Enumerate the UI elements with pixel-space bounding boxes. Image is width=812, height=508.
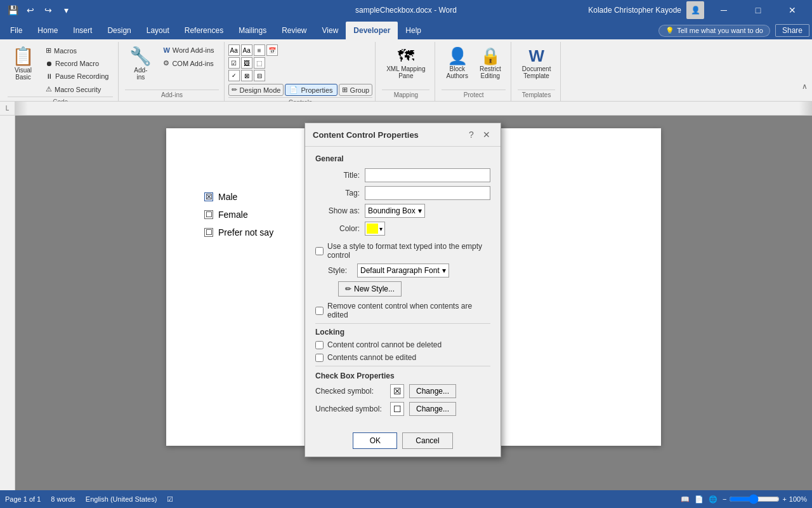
tab-design[interactable]: Design [100,22,138,39]
macros-label: Macros [54,47,77,55]
properties-button[interactable]: 📄 Properties [285,84,337,96]
tab-help[interactable]: Help [398,22,429,39]
save-button[interactable]: 💾 [5,3,20,18]
title-input[interactable] [365,168,490,182]
view-print-icon[interactable]: 📄 [695,495,704,504]
document-template-button[interactable]: W DocumentTemplate [518,44,556,83]
new-style-button[interactable]: ✏ New Style... [338,281,402,297]
control-btn-10[interactable]: ⊟ [254,70,265,81]
word-addins-button[interactable]: W Word Add-ins [159,44,218,56]
dialog-help-button[interactable]: ? [465,128,478,141]
female-label: Female [218,210,248,220]
control-btn-5[interactable]: ☑ [228,57,240,69]
cancel-button[interactable]: Cancel [402,432,452,449]
tell-me-input[interactable]: 💡 Tell me what you want to do [658,25,770,37]
control-btn-6[interactable]: 🖼 [241,57,252,69]
style-select[interactable]: Default Paragraph Font ▾ [357,264,449,277]
tab-file[interactable]: File [3,22,30,39]
group-label: Group [350,86,370,94]
com-icon: ⚙ [163,59,169,67]
unchecked-change-button[interactable]: Change... [409,402,456,416]
style-dropdown-icon: ▾ [442,266,446,275]
control-btn-2[interactable]: Aa [241,44,252,56]
color-row: Color: ▾ [315,222,490,236]
zoom-controls: − + 100% [723,494,807,504]
control-btn-7[interactable]: ⬚ [254,57,265,69]
show-as-dropdown-icon: ▾ [418,206,422,215]
remove-control-checkbox[interactable] [315,307,324,315]
checked-symbol-value: ☒ [393,386,402,396]
minimize-button[interactable]: ─ [709,0,738,20]
remove-control-label: Remove content control when contents are… [327,302,490,319]
macros-col: ⊞ Macros ⏺ Record Macro ⏸ Pause Recordin… [41,44,113,95]
control-btn-8[interactable]: ✓ [228,70,240,81]
checked-change-label: Change... [416,387,449,396]
dialog-close-button[interactable]: ✕ [480,128,493,141]
tab-layout[interactable]: Layout [139,22,177,39]
cannot-delete-checkbox[interactable] [315,341,324,349]
use-style-checkbox[interactable] [315,247,324,255]
control-btn-1[interactable]: Aa [228,44,240,56]
macros-button[interactable]: ⊞ Macros [41,44,113,57]
controls-group-content: Aa Aa ≡ 📅 ☑ 🖼 ⬚ ✓ ⊠ ⊟ ✏ Design Mode [228,42,373,96]
checked-change-button[interactable]: Change... [409,384,456,398]
templates-group-label: Templates [518,90,556,101]
protect-group-content: 👤 BlockAuthors 🔒 RestrictEditing [442,42,505,88]
unchecked-symbol-row: Unchecked symbol: ☐ Change... [315,402,490,416]
visual-basic-label: VisualBasic [15,67,32,81]
title-label: Title: [315,171,360,180]
templates-group-content: W DocumentTemplate [518,42,556,88]
control-btn-9[interactable]: ⊠ [241,70,252,81]
tab-mailings[interactable]: Mailings [231,22,274,39]
zoom-in-icon[interactable]: + [782,495,786,503]
proofing-icon: ☑ [167,495,173,504]
tag-input[interactable] [365,186,490,200]
close-button[interactable]: ✕ [778,0,807,20]
tab-references[interactable]: References [177,22,231,39]
tab-home[interactable]: Home [30,22,65,39]
user-avatar[interactable]: 👤 [686,1,704,19]
new-style-label: New Style... [354,284,395,293]
undo-button[interactable]: ↩ [23,3,38,18]
cannot-delete-row: Content control cannot be deleted [315,340,490,349]
checkbox-male[interactable]: ☒ [204,192,213,201]
tab-developer[interactable]: Developer [346,22,398,39]
xml-mapping-button[interactable]: 🗺 XML MappingPane [382,44,429,83]
view-web-icon[interactable]: 🌐 [709,495,717,504]
username: Kolade Christopher Kayode [588,6,681,15]
ribbon-collapse-button[interactable]: ∧ [799,81,809,91]
group-button[interactable]: ⊞ Group [339,84,373,96]
show-as-row: Show as: Bounding Box ▾ [315,204,490,218]
maximize-button[interactable]: □ [743,0,773,20]
share-button[interactable]: Share [775,24,809,37]
vertical-ruler [0,116,15,490]
zoom-slider-input[interactable] [729,494,780,504]
redo-button[interactable]: ↪ [41,3,56,18]
pause-recording-button[interactable]: ⏸ Pause Recording [41,70,113,82]
visual-basic-button[interactable]: 📋 VisualBasic [8,44,39,84]
checkbox-prefer[interactable]: ☐ [204,228,213,237]
checkbox-female[interactable]: ☐ [204,210,213,219]
tab-review[interactable]: Review [274,22,314,39]
block-authors-button[interactable]: 👤 BlockAuthors [442,44,472,83]
cannot-edit-checkbox[interactable] [315,354,324,362]
tab-view[interactable]: View [315,22,346,39]
restrict-editing-button[interactable]: 🔒 RestrictEditing [475,44,506,83]
color-picker-button[interactable]: ▾ [365,222,385,236]
show-as-select[interactable]: Bounding Box ▾ [365,204,425,218]
tab-insert[interactable]: Insert [65,22,100,39]
block-authors-label: BlockAuthors [446,65,468,79]
zoom-out-icon[interactable]: − [723,495,726,503]
control-btn-3[interactable]: ≡ [254,44,265,56]
com-addins-button[interactable]: ⚙ COM Add-ins [159,57,218,69]
ruler-corner[interactable]: L [0,102,15,115]
template-icon: W [528,48,544,64]
add-ins-button[interactable]: 🔧 Add-ins [125,44,156,84]
control-btn-4[interactable]: 📅 [266,44,278,56]
record-macro-button[interactable]: ⏺ Record Macro [41,58,113,69]
quick-access-dropdown[interactable]: ▾ [58,3,74,18]
design-mode-button[interactable]: ✏ Design Mode [228,84,284,96]
ok-button[interactable]: OK [353,432,397,449]
view-read-icon[interactable]: 📖 [681,495,690,504]
macro-security-button[interactable]: ⚠ Macro Security [41,83,113,95]
